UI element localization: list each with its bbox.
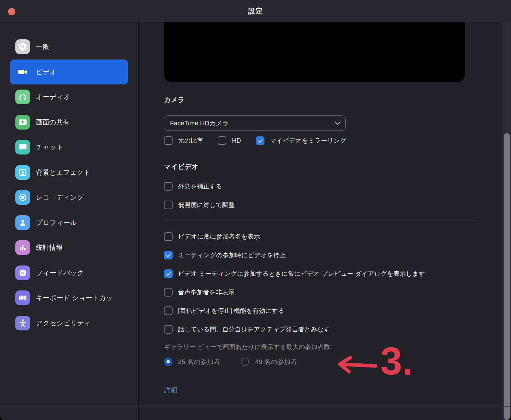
sidebar-item-statistics[interactable]: 統計情報 bbox=[10, 235, 128, 260]
checkbox-row-adjust-low-light[interactable]: 低照度に対して調整 bbox=[164, 195, 235, 214]
sidebar-item-label: オーディオ bbox=[36, 92, 70, 101]
checkbox-row-original-ratio[interactable]: 元の比率 bbox=[164, 136, 203, 145]
my-video-section-title: マイビデオ bbox=[164, 162, 198, 171]
sidebar-item-label: 背景とエフェクト bbox=[36, 168, 91, 177]
chevron-down-icon bbox=[335, 119, 340, 125]
checkbox-row-show-video-preview-dialog[interactable]: ビデオ ミーティングに参加するときに常にビデオ プレビュー ダイアログを表示しま… bbox=[164, 264, 425, 283]
checkbox-row-touch-up-appearance[interactable]: 外見を補正する bbox=[164, 177, 235, 195]
radio-row-25-participants[interactable]: 25 名の参加者 bbox=[164, 357, 220, 366]
annotation-step-number: 3. bbox=[380, 342, 413, 381]
camera-select[interactable]: FaceTime HDカメラ bbox=[164, 115, 346, 131]
camera-options-row: 元の比率 HD マイビデオをミラーリング bbox=[164, 136, 346, 145]
sidebar-item-feedback[interactable]: フィードバック bbox=[10, 260, 128, 286]
title-bar: 設定 bbox=[0, 0, 511, 22]
checkbox-row-enable-stop-incoming-video[interactable]: [着信ビデオを停止] 機能を有効にする bbox=[164, 301, 425, 320]
chat-bubble-icon bbox=[15, 140, 30, 155]
checkbox-row-always-show-names[interactable]: ビデオに常に参加者名を表示 bbox=[164, 227, 425, 246]
my-video-options: 外見を補正する 低照度に対して調整 bbox=[164, 177, 235, 214]
scrollbar-thumb[interactable] bbox=[504, 133, 510, 420]
sidebar-item-video[interactable]: ビデオ bbox=[10, 59, 128, 85]
sidebar-item-label: ビデオ bbox=[36, 67, 56, 76]
settings-window: 設定 一般 ビデオ オーディオ 画面の共有 bbox=[0, 0, 511, 420]
checkbox-checked[interactable] bbox=[164, 269, 173, 278]
headphones-icon bbox=[15, 90, 30, 104]
radio-selected[interactable] bbox=[164, 358, 172, 366]
sidebar-item-general[interactable]: 一般 bbox=[10, 34, 128, 59]
sidebar-item-screen-share[interactable]: 画面の共有 bbox=[10, 110, 128, 135]
checkbox[interactable] bbox=[218, 136, 226, 145]
checkbox[interactable] bbox=[164, 201, 173, 209]
sidebar-item-label: レコーディング bbox=[36, 193, 84, 202]
checkbox-row-mirror-video[interactable]: マイビデオをミラーリング bbox=[256, 136, 346, 145]
smiley-icon bbox=[15, 265, 30, 280]
sidebar-item-label: チャット bbox=[36, 143, 63, 152]
sidebar-item-recording[interactable]: レコーディング bbox=[10, 185, 128, 210]
checkbox-checked[interactable] bbox=[164, 251, 173, 259]
sidebar-item-chat[interactable]: チャット bbox=[10, 135, 128, 160]
annotation-left-arrow-icon bbox=[336, 354, 379, 375]
sidebar-item-keyboard-shortcuts[interactable]: キーボード ショートカッ bbox=[10, 285, 128, 311]
bottom-edge-divider bbox=[0, 406, 511, 407]
window-title: 設定 bbox=[0, 0, 511, 22]
checkbox[interactable] bbox=[164, 182, 173, 191]
checkbox-row-stop-video-on-join[interactable]: ミーティングの参加時にビデオを停止 bbox=[164, 246, 425, 264]
checkbox[interactable] bbox=[164, 325, 173, 334]
keyboard-icon bbox=[15, 290, 30, 305]
checkbox[interactable] bbox=[164, 288, 173, 297]
gallery-radio-group: 25 名の参加者 49 名の参加者 bbox=[164, 357, 297, 366]
video-camera-icon bbox=[15, 65, 30, 79]
sidebar-item-profile[interactable]: プロフィール bbox=[10, 210, 128, 235]
advanced-link[interactable]: 詳細 bbox=[164, 385, 177, 394]
video-settings-pane: カメラ FaceTime HDカメラ 元の比率 HD マイビデオをミラーリング … bbox=[139, 22, 503, 420]
radio[interactable] bbox=[241, 358, 249, 366]
radio-row-49-participants[interactable]: 49 名の参加者 bbox=[241, 357, 297, 366]
gallery-view-label: ギャラリー ビューで画面あたりに表示する最大の参加者数: bbox=[164, 343, 332, 351]
profile-person-icon bbox=[15, 215, 30, 230]
sidebar-item-label: フィードバック bbox=[36, 268, 84, 277]
sidebar-item-label: 一般 bbox=[36, 42, 49, 51]
gear-icon bbox=[15, 39, 30, 54]
camera-select-value: FaceTime HDカメラ bbox=[170, 119, 336, 128]
sidebar-item-background-effects[interactable]: 背景とエフェクト bbox=[10, 160, 128, 185]
sidebar-item-label: 統計情報 bbox=[36, 243, 63, 252]
sidebar-item-accessibility[interactable]: アクセシビリティ bbox=[10, 311, 128, 336]
checkbox-row-hide-non-video-participants[interactable]: 音声参加者を非表示 bbox=[164, 283, 425, 301]
background-effects-icon bbox=[15, 165, 30, 180]
sidebar-item-label: 画面の共有 bbox=[36, 118, 70, 127]
sidebar-item-label: キーボード ショートカッ bbox=[36, 293, 113, 302]
sidebar-item-audio[interactable]: オーディオ bbox=[10, 84, 128, 110]
checkbox[interactable] bbox=[164, 136, 173, 145]
sidebar-item-label: アクセシビリティ bbox=[36, 319, 91, 328]
meeting-options: ビデオに常に参加者名を表示 ミーティングの参加時にビデオを停止 ビデオ ミーティ… bbox=[164, 227, 425, 338]
checkbox-row-hd[interactable]: HD bbox=[218, 136, 241, 145]
bar-chart-icon bbox=[15, 240, 30, 255]
checkbox-row-spotlight-when-speaking[interactable]: 話している間、自分自身をアクティブ発言者とみなす bbox=[164, 320, 425, 338]
checkbox-checked[interactable] bbox=[256, 136, 264, 145]
sidebar-item-label: プロフィール bbox=[36, 218, 77, 227]
sidebar: 一般 ビデオ オーディオ 画面の共有 チャット bbox=[0, 22, 138, 420]
section-divider bbox=[164, 220, 477, 220]
video-preview bbox=[164, 22, 465, 82]
camera-section-title: カメラ bbox=[164, 95, 184, 104]
accessibility-icon bbox=[15, 316, 30, 330]
checkbox[interactable] bbox=[164, 232, 173, 241]
checkbox[interactable] bbox=[164, 306, 173, 315]
screen-share-icon bbox=[15, 115, 30, 130]
record-icon bbox=[15, 190, 30, 205]
